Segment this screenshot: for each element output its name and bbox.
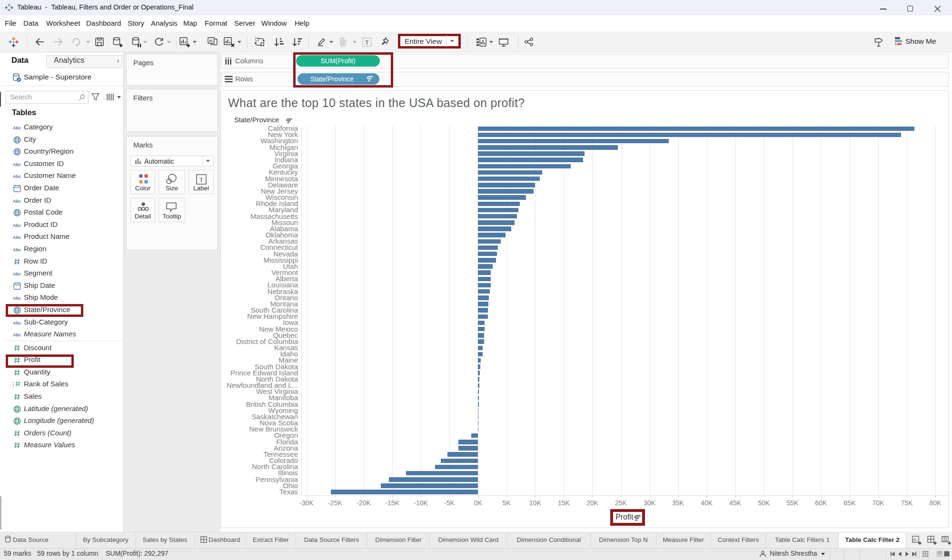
svg-text:Abc: Abc <box>13 162 21 167</box>
svg-text:Abc: Abc <box>13 174 21 179</box>
svg-text:Abc: Abc <box>13 126 21 130</box>
svg-text:Abc: Abc <box>13 235 21 240</box>
svg-text:Abc: Abc <box>13 321 21 325</box>
svg-text:Abc: Abc <box>13 247 21 252</box>
svg-text:Abc: Abc <box>13 199 21 204</box>
svg-text:T: T <box>199 176 203 183</box>
svg-text:Abc: Abc <box>13 296 21 301</box>
svg-text:Abc: Abc <box>13 223 21 228</box>
svg-text:Abc: Abc <box>13 272 21 276</box>
svg-text:T: T <box>365 39 369 46</box>
svg-text:Abc: Abc <box>13 333 21 337</box>
